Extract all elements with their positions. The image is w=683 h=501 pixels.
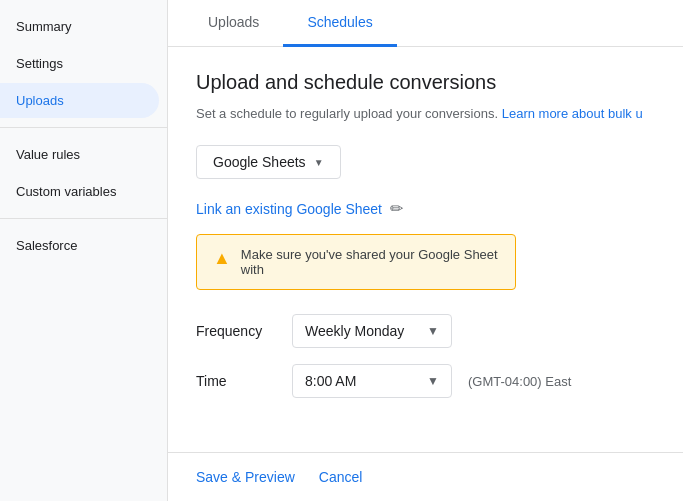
sidebar: Summary Settings Uploads Value rules Cus… [0, 0, 168, 501]
time-dropdown[interactable]: 8:00 AM ▼ [292, 364, 452, 398]
link-row: Link an existing Google Sheet ✏ [196, 199, 655, 218]
warning-banner: ▲ Make sure you've shared your Google Sh… [196, 234, 516, 290]
sidebar-divider-2 [0, 218, 167, 219]
chevron-down-icon: ▼ [427, 374, 439, 388]
page-title: Upload and schedule conversions [196, 71, 655, 94]
timezone-text: (GMT-04:00) East [468, 374, 571, 389]
source-dropdown-button[interactable]: Google Sheets ▼ [196, 145, 341, 179]
source-dropdown-label: Google Sheets [213, 154, 306, 170]
learn-more-link[interactable]: Learn more about bulk u [502, 106, 643, 121]
sidebar-divider [0, 127, 167, 128]
edit-icon[interactable]: ✏ [390, 199, 403, 218]
sidebar-item-settings[interactable]: Settings [0, 46, 159, 81]
main-area: Uploads Schedules Upload and schedule co… [168, 0, 683, 501]
sidebar-item-uploads[interactable]: Uploads [0, 83, 159, 118]
warning-text: Make sure you've shared your Google Shee… [241, 247, 499, 277]
content-area: Upload and schedule conversions Set a sc… [168, 47, 683, 452]
frequency-value: Weekly Monday [305, 323, 404, 339]
cancel-button[interactable]: Cancel [319, 469, 363, 485]
tab-bar: Uploads Schedules [168, 0, 683, 47]
frequency-label: Frequency [196, 323, 276, 339]
frequency-dropdown[interactable]: Weekly Monday ▼ [292, 314, 452, 348]
time-value: 8:00 AM [305, 373, 356, 389]
tab-uploads[interactable]: Uploads [184, 0, 283, 47]
save-preview-button[interactable]: Save & Preview [196, 469, 295, 485]
sidebar-item-summary[interactable]: Summary [0, 9, 159, 44]
chevron-down-icon: ▼ [314, 157, 324, 168]
tab-schedules[interactable]: Schedules [283, 0, 396, 47]
footer: Save & Preview Cancel [168, 452, 683, 501]
warning-triangle-icon: ▲ [213, 248, 231, 269]
chevron-down-icon: ▼ [427, 324, 439, 338]
time-label: Time [196, 373, 276, 389]
subtitle: Set a schedule to regularly upload your … [196, 106, 655, 121]
time-row: Time 8:00 AM ▼ (GMT-04:00) East [196, 364, 655, 398]
sidebar-item-custom-variables[interactable]: Custom variables [0, 174, 159, 209]
sidebar-item-value-rules[interactable]: Value rules [0, 137, 159, 172]
link-existing-sheet[interactable]: Link an existing Google Sheet [196, 201, 382, 217]
frequency-row: Frequency Weekly Monday ▼ [196, 314, 655, 348]
sidebar-item-salesforce[interactable]: Salesforce [0, 228, 159, 263]
